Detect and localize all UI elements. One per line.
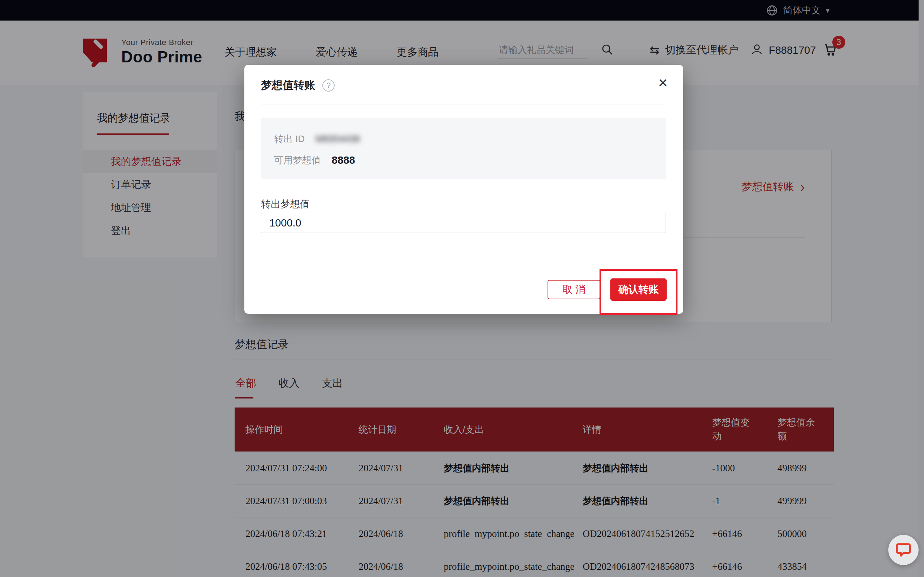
- modal-header: 梦想值转账 ?: [261, 78, 334, 93]
- amount-input[interactable]: [261, 213, 666, 233]
- modal-divider: [261, 105, 666, 105]
- live-chat-button[interactable]: [888, 535, 919, 565]
- help-icon[interactable]: ?: [322, 79, 334, 92]
- cancel-button[interactable]: 取 消: [548, 280, 600, 299]
- transfer-modal: 梦想值转账 ? ✕ 转出 ID M8354438 可用梦想值 8888 转出梦想…: [244, 65, 683, 314]
- modal-title: 梦想值转账: [261, 78, 315, 93]
- scrollbar[interactable]: [919, 0, 924, 577]
- close-icon[interactable]: ✕: [658, 76, 669, 90]
- available-points-value: 8888: [332, 154, 355, 166]
- transfer-id-label: 转出 ID: [274, 133, 305, 145]
- transfer-info-box: 转出 ID M8354438 可用梦想值 8888: [261, 118, 666, 179]
- transfer-id-value: M8354438: [315, 134, 360, 145]
- confirm-transfer-button[interactable]: 确认转账: [611, 279, 667, 301]
- chat-bubble-icon: [895, 541, 912, 559]
- amount-label: 转出梦想值: [261, 198, 310, 211]
- available-points-label: 可用梦想值: [274, 154, 321, 167]
